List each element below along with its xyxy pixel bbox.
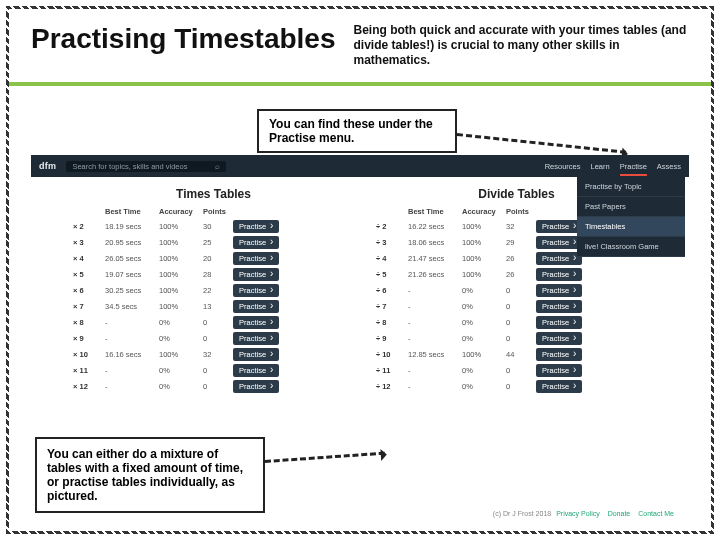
practise-button[interactable]: Practise <box>233 236 279 249</box>
arrow-to-menu <box>457 133 626 154</box>
practise-button[interactable]: Practise <box>536 380 582 393</box>
row-points: 0 <box>506 366 536 375</box>
header: Practising Timestables Being both quick … <box>9 9 711 76</box>
row-best-time: 34.5 secs <box>105 302 159 311</box>
table-row: × 8-0%0Practise <box>73 314 354 330</box>
callout-menu-location: You can find these under the Practise me… <box>257 109 457 153</box>
dd-live-game[interactable]: live! Classroom Game <box>577 237 685 257</box>
practise-button[interactable]: Practise <box>233 268 279 281</box>
table-row: × 519.07 secs100%28Practise <box>73 266 354 282</box>
practise-button[interactable]: Practise <box>233 300 279 313</box>
row-best-time: - <box>408 366 462 375</box>
practise-button[interactable]: Practise <box>536 300 582 313</box>
row-points: 44 <box>506 350 536 359</box>
row-label: ÷ 10 <box>376 350 408 359</box>
footer-link-contact[interactable]: Contact Me <box>638 510 674 517</box>
practise-button[interactable]: Practise <box>233 284 279 297</box>
footer-link-donate[interactable]: Donate <box>608 510 631 517</box>
table-row: ÷ 521.26 secs100%26Practise <box>376 266 657 282</box>
practise-button[interactable]: Practise <box>536 268 582 281</box>
row-points: 26 <box>506 270 536 279</box>
nav-assess[interactable]: Assess <box>657 162 681 171</box>
search-icon[interactable]: ⌕ <box>215 162 220 171</box>
practise-button[interactable]: Practise <box>536 348 582 361</box>
row-accuracy: 100% <box>462 270 506 279</box>
row-accuracy: 100% <box>159 350 203 359</box>
row-best-time: - <box>105 318 159 327</box>
table-row: ÷ 6-0%0Practise <box>376 282 657 298</box>
footer-link-privacy[interactable]: Privacy Policy <box>556 510 600 517</box>
row-accuracy: 100% <box>159 302 203 311</box>
row-accuracy: 0% <box>159 318 203 327</box>
practise-button[interactable]: Practise <box>536 252 582 265</box>
practise-button[interactable]: Practise <box>233 364 279 377</box>
practise-button[interactable]: Practise <box>536 316 582 329</box>
copyright: (c) Dr J Frost 2018 <box>493 510 551 517</box>
table-row: × 12-0%0Practise <box>73 378 354 394</box>
row-accuracy: 0% <box>462 334 506 343</box>
practise-button[interactable]: Practise <box>536 332 582 345</box>
search-input[interactable]: Search for topics, skills and videos ⌕ <box>66 161 226 172</box>
row-best-time: - <box>105 334 159 343</box>
row-best-time: 16.16 secs <box>105 350 159 359</box>
row-best-time: 12.85 secs <box>408 350 462 359</box>
row-label: ÷ 4 <box>376 254 408 263</box>
table-row: × 320.95 secs100%25Practise <box>73 234 354 250</box>
row-points: 25 <box>203 238 233 247</box>
row-label: × 8 <box>73 318 105 327</box>
table-row: × 734.5 secs100%13Practise <box>73 298 354 314</box>
practise-button[interactable]: Practise <box>536 364 582 377</box>
row-points: 32 <box>203 350 233 359</box>
search-placeholder: Search for topics, skills and videos <box>72 162 187 171</box>
nav-practise[interactable]: Practise <box>620 162 647 171</box>
row-best-time: 19.07 secs <box>105 270 159 279</box>
row-best-time: 21.47 secs <box>408 254 462 263</box>
row-accuracy: 100% <box>159 238 203 247</box>
table-row: ÷ 8-0%0Practise <box>376 314 657 330</box>
row-label: ÷ 9 <box>376 334 408 343</box>
intro-text: Being both quick and accurate with your … <box>354 23 690 68</box>
row-points: 0 <box>506 286 536 295</box>
table-row: × 1016.16 secs100%32Practise <box>73 346 354 362</box>
dd-timestables[interactable]: Timestables <box>577 217 685 237</box>
practise-button[interactable]: Practise <box>233 348 279 361</box>
row-label: ÷ 11 <box>376 366 408 375</box>
footer: (c) Dr J Frost 2018 Privacy Policy Donat… <box>493 510 677 517</box>
row-label: ÷ 7 <box>376 302 408 311</box>
practise-button[interactable]: Practise <box>536 236 582 249</box>
table-row: × 218.19 secs100%30Practise <box>73 218 354 234</box>
row-points: 32 <box>506 222 536 231</box>
row-accuracy: 0% <box>462 382 506 391</box>
practise-button[interactable]: Practise <box>536 284 582 297</box>
practise-button[interactable]: Practise <box>233 252 279 265</box>
row-points: 0 <box>506 302 536 311</box>
row-label: × 10 <box>73 350 105 359</box>
row-points: 0 <box>203 382 233 391</box>
dd-practise-by-topic[interactable]: Practise by Topic <box>577 177 685 197</box>
row-label: ÷ 8 <box>376 318 408 327</box>
practise-button[interactable]: Practise <box>233 380 279 393</box>
callout-mixture-text: You can either do a mixture of tables wi… <box>35 437 265 513</box>
row-label: × 3 <box>73 238 105 247</box>
row-accuracy: 100% <box>462 222 506 231</box>
top-nav: dfm Search for topics, skills and videos… <box>31 155 689 177</box>
row-accuracy: 0% <box>462 302 506 311</box>
practise-button[interactable]: Practise <box>233 316 279 329</box>
practise-button[interactable]: Practise <box>233 220 279 233</box>
practise-dropdown: Practise by Topic Past Papers Timestable… <box>577 177 685 257</box>
practise-button[interactable]: Practise <box>536 220 582 233</box>
slide-frame: Practising Timestables Being both quick … <box>6 6 714 534</box>
nav-learn[interactable]: Learn <box>591 162 610 171</box>
row-points: 0 <box>506 334 536 343</box>
practise-button[interactable]: Practise <box>233 332 279 345</box>
nav-resources[interactable]: Resources <box>545 162 581 171</box>
row-points: 0 <box>203 334 233 343</box>
row-points: 20 <box>203 254 233 263</box>
table-row: ÷ 11-0%0Practise <box>376 362 657 378</box>
table-row: × 426.05 secs100%20Practise <box>73 250 354 266</box>
row-points: 0 <box>506 382 536 391</box>
row-accuracy: 0% <box>462 366 506 375</box>
row-points: 0 <box>203 366 233 375</box>
dd-past-papers[interactable]: Past Papers <box>577 197 685 217</box>
row-best-time: - <box>408 334 462 343</box>
